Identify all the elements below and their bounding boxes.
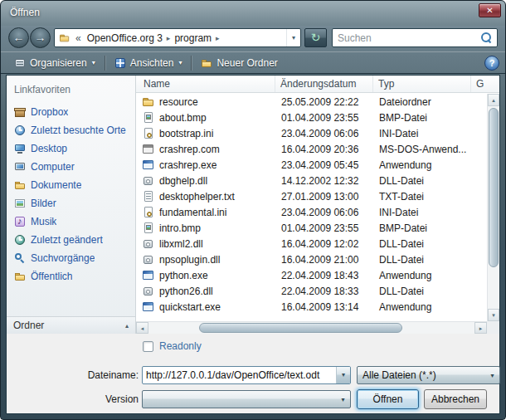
file-row[interactable]: npsoplugin.dll16.04.2009 21:00DLL-Datei	[136, 252, 487, 267]
scrollbar-corner	[487, 321, 499, 334]
chevron-down-icon: ▾	[178, 59, 182, 66]
file-type: Anwendung	[373, 159, 471, 171]
file-type: DLL-Datei	[373, 286, 471, 297]
file-row[interactable]: quickstart.exe16.04.2009 13:14Anwendung	[136, 299, 487, 315]
msdos-application-icon	[142, 143, 155, 156]
ini-file-icon	[142, 206, 155, 219]
vertical-scrollbar[interactable]: ▴ ▾	[487, 94, 499, 321]
sidebar-item-desktop[interactable]: Desktop	[7, 139, 135, 158]
column-header-size[interactable]: G	[471, 76, 499, 92]
file-type: TXT-Datei	[373, 191, 471, 203]
scroll-right-button[interactable]: ▸	[474, 322, 487, 334]
views-icon	[114, 57, 126, 69]
file-row[interactable]: python.exe22.04.2009 18:43Anwendung	[136, 267, 487, 283]
horizontal-scrollbar[interactable]: ◂ ▸	[136, 321, 487, 334]
file-row[interactable]: about.bmp01.04.2009 23:55BMP-Datei	[136, 110, 487, 125]
close-button[interactable]: ✕	[479, 3, 501, 17]
file-name: crashrep.exe	[159, 159, 217, 171]
refresh-button[interactable]: ↻	[304, 28, 327, 47]
open-button[interactable]: Öffnen	[357, 389, 419, 409]
organize-button[interactable]: Organisieren ▾	[7, 54, 103, 72]
filename-label: Dateiname:	[46, 369, 139, 381]
sidebar-item-label: Zuletzt besuchte Orte	[31, 125, 126, 136]
views-button[interactable]: Ansichten ▾	[107, 54, 190, 72]
file-row[interactable]: bootstrap.ini23.04.2009 06:06INI-Datei	[136, 125, 487, 141]
chevron-up-icon: ▴	[125, 322, 129, 330]
file-name: libxml2.dll	[159, 238, 203, 250]
sidebar-item-pictures[interactable]: Bilder	[7, 194, 135, 212]
file-name: bootstrap.ini	[159, 128, 213, 139]
folder-icon	[142, 95, 155, 109]
address-bar[interactable]: « OpenOffice.org 3 ▸ program ▸ ▾	[54, 28, 301, 47]
breadcrumb-item-program[interactable]: program	[171, 32, 215, 44]
breadcrumb-separator-icon[interactable]: ▸	[215, 34, 221, 42]
breadcrumb-item-openoffice[interactable]: OpenOffice.org 3	[84, 32, 166, 44]
vertical-scrollbar-thumb[interactable]	[489, 108, 499, 267]
version-combobox[interactable]: ▾	[142, 390, 351, 408]
file-modified-date: 01.04.2009 23:55	[275, 112, 373, 124]
column-header-date[interactable]: Änderungsdatum	[275, 76, 373, 92]
cancel-button[interactable]: Abbrechen	[424, 389, 487, 409]
scroll-up-button[interactable]: ▴	[488, 94, 499, 106]
filetype-combobox[interactable]: Alle Dateien (*.*) ▾	[357, 366, 500, 384]
file-modified-date: 22.04.2009 18:33	[275, 286, 373, 297]
file-type: DLL-Datei	[373, 254, 471, 266]
new-folder-button[interactable]: Neuer Ordner	[193, 54, 285, 72]
file-row[interactable]: crashrep.exe23.04.2009 05:45Anwendung	[136, 157, 487, 173]
close-icon: ✕	[486, 6, 493, 15]
sidebar-item-recent-places[interactable]: Zuletzt besuchte Orte	[7, 121, 135, 139]
filename-input[interactable]	[143, 369, 336, 381]
sidebar-item-documents[interactable]: Dokumente	[7, 176, 135, 194]
file-row[interactable]: desktophelper.txt27.01.2009 13:00TXT-Dat…	[136, 188, 487, 204]
views-label: Ansichten	[130, 57, 174, 69]
ini-file-icon	[142, 127, 155, 140]
file-modified-date: 16.04.2009 21:00	[275, 254, 373, 266]
back-button[interactable]: ←	[8, 27, 29, 48]
dropbox-icon	[14, 106, 26, 118]
file-row[interactable]: python26.dll22.04.2009 18:33DLL-Datei	[136, 283, 487, 299]
help-button[interactable]: ?	[484, 56, 499, 71]
column-header-type[interactable]: Typ	[373, 76, 471, 92]
arrow-right-icon: ▸	[479, 325, 483, 331]
filename-combobox[interactable]: ▾	[142, 366, 351, 384]
folders-expander[interactable]: Ordner ▴	[7, 316, 135, 334]
breadcrumb-overflow-chevron[interactable]: «	[75, 32, 81, 44]
file-name: npsoplugin.dll	[159, 254, 220, 266]
file-row[interactable]: crashrep.com16.04.2009 20:36MS-DOS-Anwen…	[136, 141, 487, 157]
sidebar-item-searches[interactable]: Suchvorgänge	[7, 249, 135, 267]
filename-dropdown-button[interactable]: ▾	[336, 367, 350, 383]
file-name: python.exe	[159, 270, 208, 281]
desktop-icon	[14, 143, 26, 154]
file-row[interactable]: intro.bmp01.04.2009 23:55BMP-Datei	[136, 220, 487, 236]
readonly-label[interactable]: Readonly	[159, 340, 202, 352]
sidebar-item-music[interactable]: Musik	[7, 212, 135, 231]
file-row[interactable]: libxml2.dll16.04.2009 12:02DLL-Datei	[136, 236, 487, 252]
sidebar-item-recently-changed[interactable]: Zuletzt geändert	[7, 231, 135, 249]
file-row[interactable]: fundamental.ini23.04.2009 06:06INI-Datei	[136, 204, 487, 220]
scroll-left-button[interactable]: ◂	[136, 322, 148, 334]
back-arrow-icon: ←	[13, 31, 25, 44]
horizontal-scrollbar-thumb[interactable]	[199, 323, 402, 333]
sidebar-item-public[interactable]: Öffentlich	[7, 267, 135, 286]
address-dropdown-button[interactable]: ▾	[286, 29, 300, 46]
title-bar[interactable]: Öffnen ✕	[1, 1, 505, 24]
file-modified-date: 14.12.2002 12:32	[275, 175, 373, 187]
file-type: DLL-Datei	[373, 238, 471, 250]
file-row[interactable]: resource25.05.2009 22:22Dateiordner	[136, 94, 487, 110]
sidebar-item-computer[interactable]: Computer	[7, 158, 135, 176]
version-label: Version	[46, 393, 139, 405]
recent-places-icon	[14, 125, 26, 136]
sidebar-item-dropbox[interactable]: Dropbox	[7, 103, 135, 121]
scroll-down-button[interactable]: ▾	[488, 309, 499, 321]
column-header-name[interactable]: Name	[136, 76, 275, 92]
navigation-sidebar: Linkfavoriten DropboxZuletzt besuchte Or…	[7, 76, 136, 334]
search-input[interactable]	[333, 32, 481, 44]
forward-button[interactable]: →	[30, 27, 51, 48]
file-row[interactable]: dbghelp.dll14.12.2002 12:32DLL-Datei	[136, 173, 487, 188]
application-icon	[142, 300, 155, 314]
command-toolbar: Organisieren ▾ Ansichten ▾ Neuer Ordner …	[1, 51, 505, 74]
search-box[interactable]	[332, 28, 498, 47]
file-list-header: Name Änderungsdatum Typ G	[136, 76, 499, 93]
sidebar-item-label: Desktop	[31, 143, 67, 154]
readonly-checkbox[interactable]	[143, 341, 153, 352]
